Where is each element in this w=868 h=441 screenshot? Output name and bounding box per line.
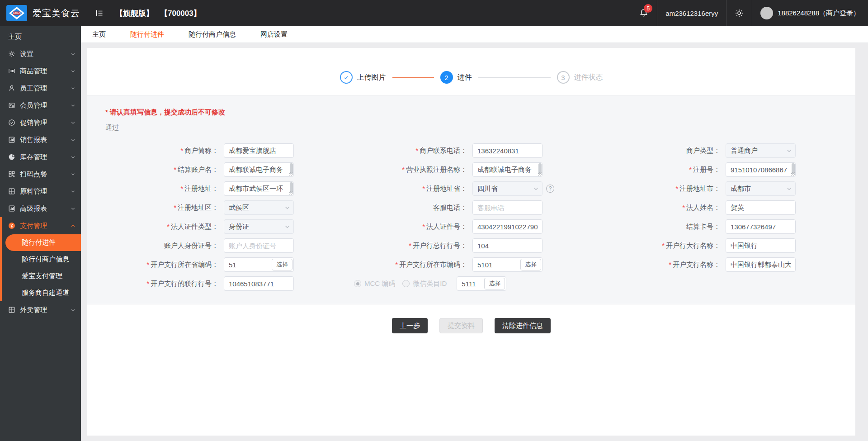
sidebar-item-materials[interactable]: 原料管理 — [0, 183, 81, 200]
input-legal-person-name[interactable] — [726, 200, 796, 215]
field-registration-number: *注册号： — [607, 160, 844, 179]
input-legal-id-number[interactable] — [472, 219, 542, 234]
input-bank-name[interactable] — [726, 238, 796, 253]
field-registered-province: *注册地址省：四川省? — [354, 179, 607, 198]
collapse-sidebar-icon[interactable] — [95, 9, 104, 17]
sidebar-item-label: 库存管理 — [20, 153, 47, 161]
step-connector-done — [392, 77, 434, 78]
input-registered-address[interactable] — [224, 181, 294, 196]
help-icon[interactable]: ? — [546, 185, 554, 193]
field-label-account-holder-id: 账户人身份证号： — [105, 242, 218, 250]
required-asterisk: * — [402, 166, 405, 173]
sidebar-item-label: 外卖管理 — [20, 306, 47, 314]
sidebar-subitem-provider-channel[interactable]: 服务商自建通道 — [2, 285, 81, 301]
radio-mcc-code[interactable] — [354, 280, 361, 287]
sidebar-item-label: 会员管理 — [20, 101, 47, 110]
required-asterisk: * — [180, 185, 183, 192]
sidebar-subitem-label: 爱宝支付管理 — [22, 272, 62, 280]
bar-chart-icon — [8, 205, 15, 212]
field-label-service-phone: 客服电话： — [354, 204, 467, 212]
username-section: am23612316eryy — [657, 0, 726, 26]
tab-suixingfu-merchant-info[interactable]: 随行付商户信息 — [189, 30, 236, 39]
select-picker-button-mcc-category[interactable]: 选择 — [484, 278, 505, 289]
field-label-settlement-account-name: *结算账户名： — [105, 166, 218, 174]
input-business-license-name[interactable] — [472, 162, 542, 177]
sidebar-item-settings[interactable]: 设置 — [0, 45, 81, 62]
account-section[interactable]: 18826248288（商户登录） — [752, 0, 868, 26]
input-branch-line-number[interactable] — [224, 276, 294, 291]
bell-icon[interactable]: 5 — [639, 8, 649, 18]
sidebar-item-scan-order[interactable]: 扫码点餐 — [0, 166, 81, 183]
select-registered-city[interactable]: 成都市 — [726, 181, 796, 196]
select-value-registered-district: 武侯区 — [229, 204, 249, 212]
field-legal-id-number: *法人证件号： — [354, 217, 607, 236]
radio-wechat-category-id[interactable] — [402, 280, 410, 287]
control-service-phone — [472, 200, 542, 215]
sidebar-item-advanced-report[interactable]: 高级报表 — [0, 200, 81, 217]
input-head-bank-code[interactable] — [472, 238, 542, 253]
sidebar-subitem-aibao-payment[interactable]: 爱宝支付管理 — [2, 268, 81, 285]
control-head-bank-code — [472, 238, 542, 253]
required-asterisk: * — [409, 242, 411, 249]
goods-icon — [8, 67, 15, 75]
sidebar-item-staff[interactable]: 员工管理 — [0, 80, 81, 97]
select-legal-id-type[interactable]: 身份证 — [224, 219, 294, 234]
control-bank-name — [726, 238, 796, 253]
field-label-registered-city: *注册地址市： — [607, 185, 720, 193]
input-service-phone[interactable] — [472, 200, 542, 215]
field-merchant-type: 商户类型：普通商户 — [607, 141, 844, 160]
sidebar-item-label: 员工管理 — [20, 84, 47, 93]
control-branch-line-number — [224, 276, 294, 291]
required-asterisk: * — [689, 166, 692, 173]
clear-entry-button[interactable]: 清除进件信息 — [495, 318, 551, 333]
sidebar-item-members[interactable]: 会员管理 — [0, 97, 81, 114]
sidebar-item-goods[interactable]: 商品管理 — [0, 62, 81, 80]
check-icon — [343, 74, 349, 81]
control-account-holder-id — [224, 238, 294, 253]
control-legal-id-type: 身份证 — [224, 219, 294, 234]
input-registration-number[interactable] — [726, 162, 796, 177]
sidebar-item-sales-report[interactable]: 销售报表 — [0, 131, 81, 148]
input-merchant-short-name[interactable] — [224, 143, 294, 158]
field-settlement-account-name: *结算账户名： — [105, 160, 354, 179]
sidebar-subitem-suixingfu-merchant-info[interactable]: 随行付商户信息 — [2, 251, 81, 268]
input-merchant-contact-phone[interactable] — [472, 143, 542, 158]
sidebar-item-promotions[interactable]: 促销管理 — [0, 114, 81, 131]
account-text: 18826248288（商户登录） — [778, 9, 860, 18]
action-bar: 上一步 提交资料 清除进件信息 — [87, 318, 855, 333]
control-merchant-contact-phone — [472, 143, 542, 158]
field-label-settlement-card-number: 结算卡号： — [607, 223, 720, 231]
select-value-merchant-type: 普通商户 — [731, 147, 758, 155]
select-picker-button-branch-province-code[interactable]: 选择 — [272, 259, 292, 270]
select-registered-province[interactable]: 四川省 — [472, 181, 542, 196]
sidebar-item-takeout[interactable]: 外卖管理 — [0, 301, 81, 318]
sidebar-subitem-suixingfu-entry[interactable]: 随行付进件 — [5, 234, 81, 251]
tab-suixingfu-entry[interactable]: 随行付进件 — [130, 30, 164, 39]
select-picker-button-branch-city-code[interactable]: 选择 — [520, 259, 541, 270]
sidebar-item-payment[interactable]: 支付管理 — [2, 217, 81, 234]
input-branch-name[interactable] — [726, 257, 796, 272]
tab-home[interactable]: 主页 — [92, 30, 106, 39]
field-label-branch-line-number: *开户支行的联行行号： — [105, 280, 218, 288]
tab-shop-settings[interactable]: 网店设置 — [260, 30, 288, 39]
select-value-registered-city: 成都市 — [731, 185, 751, 193]
input-account-holder-id[interactable] — [224, 238, 294, 253]
input-settlement-card-number[interactable] — [726, 219, 796, 234]
sidebar-item-home[interactable]: 主页 — [0, 28, 81, 45]
chevron-down-icon — [71, 69, 75, 74]
sidebar-item-inventory[interactable]: 库存管理 — [0, 148, 81, 166]
control-legal-person-name — [726, 200, 796, 215]
input-settlement-account-name[interactable] — [224, 162, 294, 177]
app-title: 爱宝美食云 — [33, 7, 80, 19]
bar-chart-icon — [8, 136, 15, 143]
field-label-merchant-type: 商户类型： — [607, 147, 720, 155]
select-registered-district[interactable]: 武侯区 — [224, 200, 294, 215]
previous-step-button[interactable]: 上一步 — [392, 318, 428, 333]
sidebar-item-label: 扫码点餐 — [20, 170, 47, 179]
username-text[interactable]: am23612316eryy — [665, 9, 718, 17]
notification-section: 5 — [631, 0, 657, 26]
submit-button[interactable]: 提交资料 — [439, 318, 483, 333]
select-merchant-type[interactable]: 普通商户 — [726, 143, 796, 158]
content-area: 上传图片 2 进件 3 进件状态 * 请认真填写信息，提交成功后不可修改 通过 … — [81, 43, 868, 441]
gear-icon[interactable] — [735, 9, 744, 18]
